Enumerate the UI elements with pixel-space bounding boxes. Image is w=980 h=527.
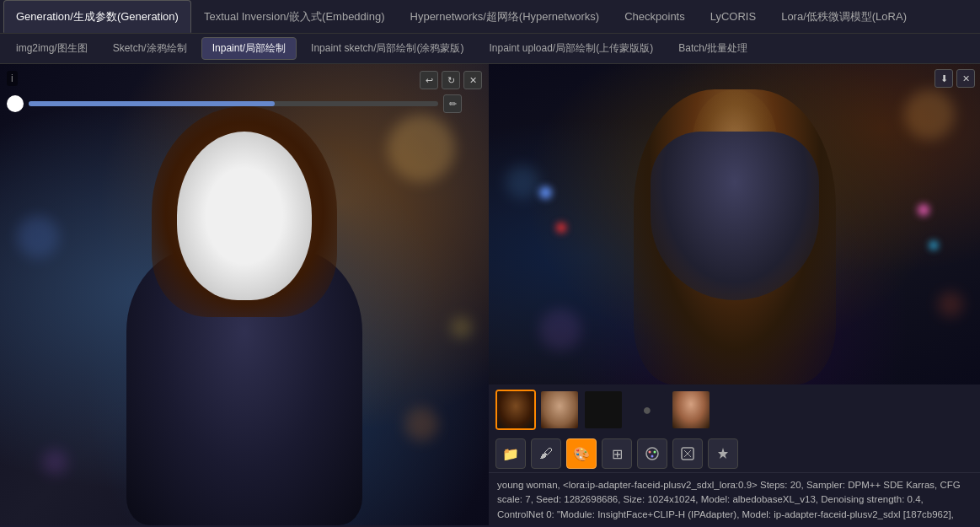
- inpaint-canvas[interactable]: i ↩ ↻ ✕ ✏: [0, 64, 489, 525]
- bokeh-light-3: [404, 407, 438, 441]
- brush-size-control: ✏: [7, 94, 462, 113]
- bokeh-light-5: [451, 317, 472, 338]
- svg-point-0: [646, 448, 658, 460]
- output-figure-armor: [651, 132, 819, 300]
- tab-textual-inversion[interactable]: Textual Inversion/嵌入式(Embedding): [191, 0, 398, 33]
- armor-glow-1: [539, 186, 552, 199]
- output-image-area: ⬇ ✕: [489, 64, 980, 384]
- thumbnail-3-image: [585, 391, 622, 428]
- close-output-button[interactable]: ✕: [956, 69, 975, 88]
- tab-lycoris[interactable]: LyCORIS: [698, 0, 768, 33]
- undo-button[interactable]: ↩: [420, 71, 438, 89]
- output-bokeh-1: [904, 89, 955, 140]
- mask-icon: [680, 446, 695, 461]
- thumbnails-row: ●: [489, 384, 980, 435]
- output-figure-body: [634, 89, 836, 384]
- thumbnail-2[interactable]: [539, 390, 580, 430]
- output-bokeh-4: [539, 309, 581, 351]
- output-controls: ⬇ ✕: [934, 69, 975, 88]
- thumbnail-3[interactable]: [583, 390, 624, 430]
- tab-checkpoints[interactable]: Checkpoints: [612, 0, 698, 33]
- effects-icon: [715, 446, 731, 461]
- svg-marker-7: [718, 448, 728, 459]
- subtab-img2img[interactable]: img2img/图生图: [5, 37, 99, 60]
- output-bokeh-2: [506, 165, 539, 199]
- inpaint-mask-face: [177, 132, 312, 300]
- thumbnail-2-image: [541, 391, 578, 428]
- armor-glow-2: [556, 223, 566, 233]
- subtab-inpaint[interactable]: Inpaint/局部绘制: [201, 37, 297, 60]
- mask-button[interactable]: [672, 438, 703, 469]
- canvas-info-label: i: [7, 71, 18, 86]
- thumbnail-5-image: [672, 391, 710, 428]
- folder-button[interactable]: 📁: [495, 438, 526, 469]
- resize-button[interactable]: ⊞: [602, 438, 632, 469]
- thumbnail-4-image: ●: [629, 391, 666, 428]
- subtab-inpaint-upload[interactable]: Inpaint upload/局部绘制(上传蒙版版): [478, 37, 664, 60]
- effects-button[interactable]: [708, 438, 738, 469]
- subtab-batch[interactable]: Batch/批量处理: [667, 37, 758, 60]
- thumbnail-5[interactable]: [671, 390, 711, 430]
- paint-icon[interactable]: ✏: [443, 94, 462, 113]
- svg-point-1: [649, 451, 651, 454]
- sub-navigation: img2img/图生图 Sketch/涂鸦绘制 Inpaint/局部绘制 Inp…: [0, 34, 980, 64]
- input-canvas-panel: i ↩ ↻ ✕ ✏: [0, 64, 489, 525]
- clear-button[interactable]: ✕: [463, 71, 482, 89]
- action-buttons-row: 📁 🖌 🎨 ⊞: [489, 435, 980, 472]
- brush-size-indicator: [7, 95, 24, 112]
- palette-icon: [645, 446, 660, 461]
- brush-slider-track[interactable]: [29, 101, 438, 106]
- generation-info-text: young woman, <lora:ip-adapter-faceid-plu…: [489, 472, 980, 525]
- tab-generation[interactable]: Generation/生成参数(Generation): [3, 0, 191, 33]
- tab-hypernetworks[interactable]: Hypernetworks/超网络(Hypernetworks): [398, 0, 613, 33]
- thumbnail-4[interactable]: ●: [627, 390, 667, 430]
- thumbnail-1-image: [497, 391, 534, 428]
- bokeh-light-1: [388, 115, 455, 182]
- color-button[interactable]: 🎨: [566, 438, 597, 469]
- subtab-inpaint-sketch[interactable]: Inpaint sketch/局部绘制(涂鸦蒙版): [300, 37, 474, 60]
- redo-button[interactable]: ↻: [442, 71, 460, 89]
- main-content: i ↩ ↻ ✕ ✏: [0, 64, 980, 525]
- bokeh-light-4: [42, 449, 67, 475]
- tab-lora[interactable]: Lora/低秩微调模型(LoRA): [768, 0, 919, 33]
- palette-button[interactable]: [637, 438, 667, 469]
- output-bokeh-3: [938, 292, 963, 317]
- armor-glow-3: [929, 241, 938, 250]
- top-navigation: Generation/生成参数(Generation) Textual Inve…: [0, 0, 980, 34]
- armor-glow-4: [918, 204, 929, 216]
- canvas-toolbar: ↩ ↻ ✕: [420, 71, 482, 89]
- subtab-sketch[interactable]: Sketch/涂鸦绘制: [102, 37, 198, 60]
- output-panel: ⬇ ✕ ● 📁: [489, 64, 980, 525]
- brush-slider-fill: [29, 101, 275, 106]
- svg-point-2: [654, 451, 656, 454]
- download-button[interactable]: ⬇: [934, 69, 953, 88]
- brush-button[interactable]: 🖌: [531, 438, 561, 469]
- svg-point-3: [651, 455, 654, 458]
- thumbnail-1[interactable]: [495, 390, 536, 430]
- bokeh-light-2: [17, 216, 59, 258]
